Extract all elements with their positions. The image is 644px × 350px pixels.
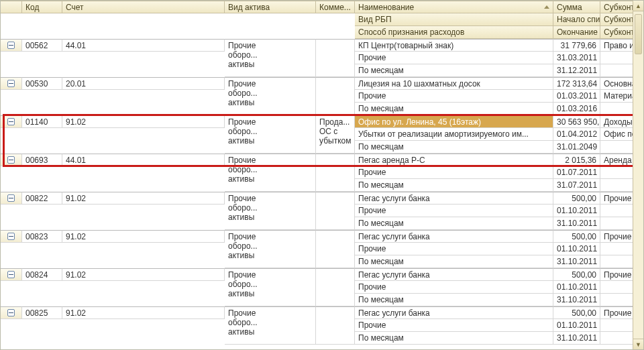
row-toggle[interactable]	[1, 77, 22, 90]
cell-rbp[interactable]: Прочие	[355, 319, 553, 332]
cell-asset[interactable]: Прочиеоборо...активы	[225, 268, 316, 306]
cell-asset[interactable]: Прочиеоборо...активы	[225, 230, 316, 268]
row-toggle[interactable]	[1, 230, 22, 243]
cell-sub1[interactable]: Прочие внереализац. дох. для НУ (расходы…	[600, 230, 637, 243]
header-code[interactable]: Код	[22, 1, 62, 13]
cell-code[interactable]: 00824	[22, 268, 62, 281]
cell-sub2[interactable]	[600, 319, 637, 332]
cell-sub3[interactable]	[600, 64, 637, 77]
cell-sub3[interactable]	[600, 141, 637, 154]
cell-sum[interactable]: 31 779,66	[553, 39, 600, 52]
header-sub1[interactable]: Субконто 1	[600, 1, 637, 13]
cell-sum[interactable]: 2 015,36	[553, 154, 600, 166]
scroll-thumb[interactable]	[635, 14, 642, 54]
cell-sub3[interactable]	[600, 332, 637, 345]
cell-comment[interactable]	[316, 154, 355, 192]
cell-sub1[interactable]: Прочие внереализац. дох. для НУ (расходы…	[600, 268, 637, 281]
cell-start[interactable]: 01.10.2011	[553, 205, 600, 217]
cell-sub2[interactable]	[600, 281, 637, 294]
cell-comment[interactable]	[316, 230, 355, 268]
cell-end[interactable]: 31.10.2011	[553, 217, 600, 230]
cell-code[interactable]: 00693	[22, 154, 62, 166]
cell-code[interactable]: 00530	[22, 77, 62, 90]
cell-account[interactable]: 91.02	[62, 268, 225, 281]
header-rbp[interactable]: Вид РБП	[355, 13, 553, 26]
row-toggle[interactable]	[1, 154, 22, 166]
scroll-track[interactable]	[633, 11, 643, 339]
cell-end[interactable]: 31.10.2011	[553, 255, 600, 268]
cell-name[interactable]: Пегас услуги банка	[355, 268, 553, 281]
cell-sum[interactable]: 500,00	[553, 268, 600, 281]
cell-sum[interactable]: 172 313,64	[553, 77, 600, 90]
cell-rbp[interactable]: Убытки от реализации амортизируемого им.…	[355, 128, 553, 141]
cell-sum[interactable]: 30 563 950,80	[553, 115, 600, 128]
cell-sub2[interactable]	[600, 52, 637, 64]
cell-sub3[interactable]	[600, 255, 637, 268]
cell-comment[interactable]	[316, 39, 355, 77]
cell-method[interactable]: По месяцам	[355, 103, 553, 115]
cell-start[interactable]: 01.10.2011	[553, 319, 600, 332]
header-sub3[interactable]: Субконто 3	[600, 26, 637, 39]
cell-sub3[interactable]	[600, 294, 637, 306]
cell-sub1[interactable]: Основная номенклатурная группа	[600, 77, 637, 90]
cell-asset[interactable]: Прочиеоборо...активы	[225, 115, 316, 154]
cell-sub1[interactable]: Прочие внереализац. дох. для НУ (расходы…	[600, 192, 637, 205]
cell-account[interactable]: 91.02	[62, 192, 225, 205]
scroll-up-button[interactable]: ▲	[633, 1, 643, 11]
header-account[interactable]: Счет	[62, 1, 225, 13]
cell-sub1[interactable]: Аренда помещения	[600, 154, 637, 166]
cell-account[interactable]: 44.01	[62, 154, 225, 166]
cell-sub3[interactable]	[600, 217, 637, 230]
cell-end[interactable]: 31.10.2011	[553, 294, 600, 306]
cell-comment[interactable]	[316, 306, 355, 345]
cell-code[interactable]: 00823	[22, 230, 62, 243]
row-toggle[interactable]	[1, 306, 22, 319]
cell-method[interactable]: По месяцам	[355, 294, 553, 306]
cell-end[interactable]: 31.12.2011	[553, 64, 600, 77]
header-comment[interactable]: Комме...	[316, 1, 355, 13]
cell-method[interactable]: По месяцам	[355, 332, 553, 345]
cell-sub2[interactable]	[600, 205, 637, 217]
scroll-down-button[interactable]: ▼	[633, 339, 643, 349]
cell-sub2[interactable]: Офис по ул. Ленина, 45 (16этаж)	[600, 128, 637, 141]
header-name[interactable]: Наименование	[355, 1, 553, 13]
cell-asset[interactable]: Прочиеоборо...активы	[225, 154, 316, 192]
cell-method[interactable]: По месяцам	[355, 255, 553, 268]
cell-name[interactable]: Пегас услуги банка	[355, 306, 553, 319]
cell-asset[interactable]: Прочиеоборо...активы	[225, 39, 316, 77]
row-toggle[interactable]	[1, 115, 22, 128]
cell-method[interactable]: По месяцам	[355, 217, 553, 230]
cell-rbp[interactable]: Прочие	[355, 205, 553, 217]
cell-account[interactable]: 91.02	[62, 115, 225, 128]
cell-start[interactable]: 31.03.2011	[553, 52, 600, 64]
row-toggle[interactable]	[1, 268, 22, 281]
cell-start[interactable]: 01.10.2011	[553, 243, 600, 255]
cell-sub1[interactable]: Прочие внереализац. дох. для НУ (расходы…	[600, 306, 637, 319]
cell-code[interactable]: 00825	[22, 306, 62, 319]
vertical-scrollbar[interactable]: ▲ ▼	[633, 1, 643, 349]
cell-method[interactable]: По месяцам	[355, 141, 553, 154]
cell-rbp[interactable]: Прочие	[355, 243, 553, 255]
cell-end[interactable]: 31.01.2049	[553, 141, 600, 154]
header-sum[interactable]: Сумма	[553, 1, 600, 13]
cell-comment[interactable]	[316, 268, 355, 306]
cell-name[interactable]: КП Центр(товарный знак)	[355, 39, 553, 52]
cell-account[interactable]: 91.02	[62, 306, 225, 319]
cell-sub2[interactable]	[600, 243, 637, 255]
cell-rbp[interactable]: Прочие	[355, 90, 553, 103]
cell-asset[interactable]: Прочиеоборо...активы	[225, 77, 316, 115]
cell-asset[interactable]: Прочиеоборо...активы	[225, 192, 316, 230]
cell-end[interactable]: 31.10.2011	[553, 332, 600, 345]
cell-name[interactable]: Пегас услуги банка	[355, 230, 553, 243]
cell-start[interactable]: 01.03.2011	[553, 90, 600, 103]
cell-end[interactable]: 01.03.2016	[553, 103, 600, 115]
cell-rbp[interactable]: Прочие	[355, 166, 553, 179]
cell-code[interactable]: 01140	[22, 115, 62, 128]
cell-start[interactable]: 01.04.2012	[553, 128, 600, 141]
cell-name[interactable]: Пегас аренда Р-С	[355, 154, 553, 166]
header-start[interactable]: Начало списания	[553, 13, 600, 26]
cell-sub1[interactable]: Доходы (расходы), связанные с реализацие…	[600, 115, 637, 128]
data-grid[interactable]: КодНаименованиеСуммаСчетСубконто 1Вид ак…	[1, 1, 643, 345]
cell-method[interactable]: По месяцам	[355, 179, 553, 192]
cell-sum[interactable]: 500,00	[553, 230, 600, 243]
